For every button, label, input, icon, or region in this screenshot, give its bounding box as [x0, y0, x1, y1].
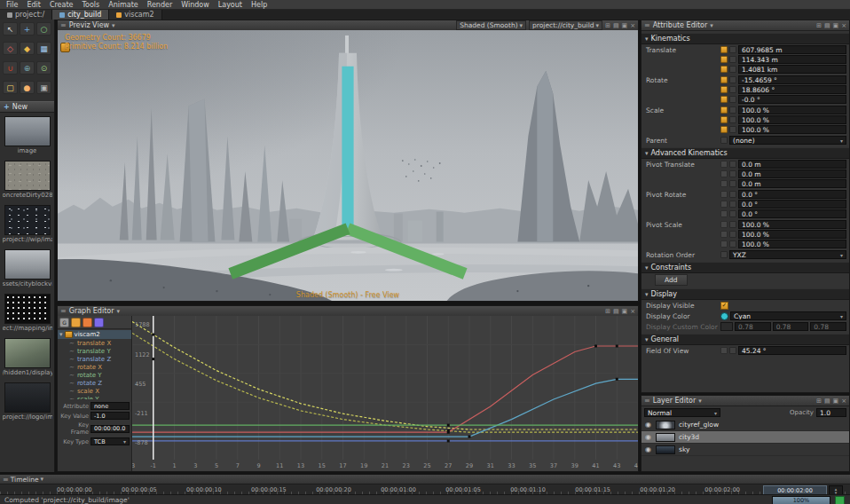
keyframe-icon[interactable]	[720, 191, 728, 198]
menu-item-window[interactable]: Window	[177, 0, 214, 10]
expression-icon[interactable]	[729, 210, 736, 217]
value-field[interactable]: 0.0 °	[738, 190, 846, 199]
expression-icon[interactable]	[729, 161, 736, 168]
expression-icon[interactable]	[729, 86, 736, 93]
graph-editor-title[interactable]: Graph Editor	[69, 307, 114, 315]
keyframe-icon[interactable]	[720, 56, 728, 63]
grid-icon[interactable]: ⊞	[605, 22, 610, 29]
pin-icon[interactable]: ▣	[622, 22, 628, 29]
expression-icon[interactable]	[729, 66, 736, 73]
expression-icon[interactable]	[729, 347, 736, 354]
expand-icon[interactable]: ▾	[59, 331, 63, 338]
value-field[interactable]: 45.24 °	[738, 346, 846, 355]
expression-icon[interactable]	[729, 221, 736, 228]
menu-item-layout[interactable]: Layout	[214, 0, 247, 10]
browser-item-project-logo-imag[interactable]: project://logo/imag	[3, 382, 51, 421]
keyframe-point[interactable]	[468, 436, 471, 438]
close-icon[interactable]: ×	[630, 22, 635, 29]
value-field[interactable]: 1.4081 km	[738, 65, 846, 74]
value-field[interactable]: -0.0 °	[738, 95, 846, 104]
keyframe-icon[interactable]	[720, 106, 728, 114]
world-axis-tool-icon[interactable]: ⊙	[36, 61, 51, 75]
menu-item-tools[interactable]: Tools	[77, 0, 104, 10]
value-field[interactable]: 114.343 m	[738, 55, 846, 64]
rows-icon[interactable]: ▤	[824, 22, 830, 29]
value-field[interactable]: 100.0 %	[738, 115, 846, 124]
dropdown-field[interactable]: (none)▾	[729, 136, 846, 145]
expression-icon[interactable]	[729, 240, 736, 248]
browser-item-ect-mapping-im[interactable]: ect://mapping/im	[3, 294, 51, 332]
value-field[interactable]: 0.0 °	[738, 200, 846, 209]
keyframe-icon[interactable]	[720, 231, 728, 238]
expression-icon[interactable]	[729, 170, 736, 177]
close-icon[interactable]: ×	[630, 308, 635, 315]
expression-icon[interactable]	[729, 46, 736, 53]
tab-viscam2[interactable]: viscam2	[109, 10, 161, 20]
channel-scale-x[interactable]: ~scale X	[58, 387, 131, 395]
picker-icon[interactable]	[720, 137, 728, 144]
keyframe-point[interactable]	[447, 424, 450, 427]
channel-rotate-x[interactable]: ~rotate X	[58, 363, 131, 371]
value-field[interactable]: 100.0 %	[738, 220, 846, 229]
keyframe-icon[interactable]	[720, 170, 728, 177]
keyframe-icon[interactable]	[720, 96, 728, 103]
tab-project[interactable]: project:/	[0, 10, 52, 20]
key-tool-icon[interactable]	[71, 318, 81, 327]
keyframe-icon[interactable]	[720, 240, 728, 248]
keyframe-icon[interactable]	[720, 347, 728, 354]
keyframe-point[interactable]	[616, 378, 618, 381]
pin-icon[interactable]: ▣	[622, 308, 628, 315]
keyframe-point[interactable]	[447, 429, 450, 432]
keyframe-icon[interactable]	[720, 161, 728, 168]
channel-translate-x[interactable]: ~translate X	[58, 339, 131, 347]
channel-translate-y[interactable]: ~translate Y	[58, 347, 131, 355]
close-icon[interactable]: ×	[841, 22, 846, 29]
local-axis-tool-icon[interactable]: ⊕	[20, 61, 35, 75]
value-field[interactable]: 100.0 %	[738, 125, 846, 134]
tab-city-build[interactable]: city_build	[52, 10, 109, 20]
grid-icon[interactable]: ⊞	[816, 22, 822, 29]
visibility-eye-icon[interactable]: ◉	[644, 433, 652, 441]
panel-menu-icon[interactable]: ≡	[644, 397, 650, 405]
rows-icon[interactable]: ▤	[613, 22, 619, 29]
color-component-field[interactable]: 0.78	[735, 322, 771, 331]
value-field[interactable]: 100.0 %	[738, 240, 846, 248]
panel-menu-icon[interactable]: ≡	[3, 476, 9, 484]
expression-icon[interactable]	[729, 76, 736, 83]
dropdown-field[interactable]: YXZ▾	[729, 250, 846, 259]
value-field[interactable]: 100.0 %	[738, 230, 846, 239]
value-field[interactable]: 18.8606 °	[738, 85, 846, 94]
expression-icon[interactable]	[729, 106, 736, 114]
light-tool-icon[interactable]: ●	[20, 81, 35, 94]
browser-item-oncretedirty0282-2[interactable]: oncreteDirty0282_2	[3, 161, 51, 199]
dropdown-field[interactable]: Cyan▾	[730, 311, 846, 320]
keyframe-point[interactable]	[152, 358, 154, 360]
view-menu-label[interactable]: Previz View	[69, 21, 109, 29]
graph-snap-tool-icon[interactable]: G	[59, 318, 69, 327]
keyframe-icon[interactable]	[720, 76, 728, 83]
keyframe-point[interactable]	[594, 345, 597, 348]
browser-item-image[interactable]: image	[3, 116, 51, 154]
layer-editor-title[interactable]: Layer Editor	[653, 397, 697, 405]
scale-tool-icon[interactable]: ◇	[3, 42, 18, 55]
expression-icon[interactable]	[729, 231, 736, 238]
menu-item-help[interactable]: Help	[247, 0, 272, 10]
grid-icon[interactable]: ⊞	[816, 398, 822, 405]
expression-icon[interactable]	[729, 96, 736, 103]
expression-icon[interactable]	[729, 126, 736, 133]
expression-icon[interactable]	[729, 180, 736, 187]
pivot-tool-icon[interactable]: ◆	[20, 42, 35, 55]
picker-icon[interactable]	[720, 251, 728, 258]
keyframe-icon[interactable]	[720, 116, 728, 123]
browser-header[interactable]: + New	[0, 101, 54, 113]
field-value[interactable]: 00:00:00.0	[91, 425, 130, 433]
add-constraint-button[interactable]: Add	[655, 274, 688, 286]
menu-item-animate[interactable]: Animate	[104, 0, 143, 10]
tree-root-viscam2[interactable]: ▾viscam2	[58, 330, 131, 339]
keyframe-point[interactable]	[447, 439, 450, 442]
filter-tool-icon[interactable]	[94, 318, 104, 327]
layer-row-city3d[interactable]: ◉city3d	[641, 431, 849, 444]
shading-mode-dropdown[interactable]: Shaded (Smooth) ▾	[456, 20, 526, 30]
keyframe-icon[interactable]	[720, 66, 728, 73]
menu-item-edit[interactable]: Edit	[22, 0, 45, 10]
